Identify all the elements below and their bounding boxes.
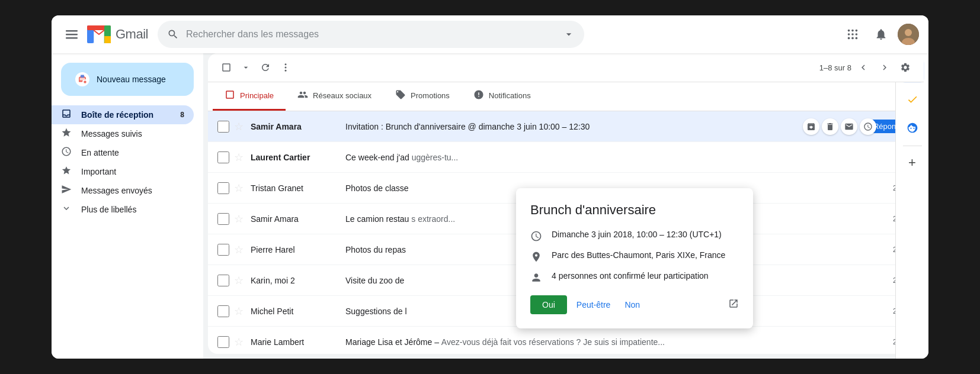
sidebar-item-starred[interactable]: Messages suivis xyxy=(52,124,194,143)
popup-date-detail: Dimanche 3 juin 2018, 10:00 – 12:30 (UTC… xyxy=(530,230,739,242)
email-checkbox[interactable] xyxy=(217,213,229,225)
svg-rect-2 xyxy=(66,37,78,39)
popup-people-detail: 4 personnes ont confirmé leur participat… xyxy=(530,271,739,283)
notifications-tab-icon xyxy=(473,89,484,102)
contacts-icon[interactable] xyxy=(901,116,924,140)
promotions-tab-icon xyxy=(395,89,406,102)
pagination-text: 1–8 sur 8 xyxy=(819,63,851,72)
sender-name: Michel Petit xyxy=(251,307,345,316)
next-page-button[interactable] xyxy=(875,58,894,77)
sidebar-divider xyxy=(903,146,922,146)
new-message-button[interactable]: Nouveau message xyxy=(61,63,194,96)
tab-principale[interactable]: Principale xyxy=(213,82,286,111)
tab-reseaux[interactable]: Réseaux sociaux xyxy=(286,82,383,111)
svg-rect-1 xyxy=(66,34,78,36)
star-button[interactable]: ☆ xyxy=(234,305,244,318)
sidebar-item-inbox[interactable]: Boîte de réception 8 xyxy=(52,105,194,124)
svg-point-32 xyxy=(285,67,287,69)
star-button[interactable]: ☆ xyxy=(234,336,244,349)
clock-icon xyxy=(61,146,72,160)
snooze-button[interactable] xyxy=(860,118,876,135)
search-icon xyxy=(167,28,179,40)
email-checkbox[interactable] xyxy=(217,121,229,133)
svg-point-13 xyxy=(851,30,854,32)
email-checkbox[interactable] xyxy=(217,305,229,317)
search-input[interactable] xyxy=(186,29,556,40)
star-button[interactable]: ☆ xyxy=(234,120,244,133)
tasks-icon[interactable] xyxy=(901,88,924,111)
table-row[interactable]: ☆ Laurent Cartier Ce week-end j'ad uggèr… xyxy=(208,142,924,173)
hamburger-button[interactable] xyxy=(61,24,82,45)
email-checkbox[interactable] xyxy=(217,151,229,163)
new-message-label: Nouveau message xyxy=(97,75,166,84)
sidebar-item-snoozed[interactable]: En attente xyxy=(52,143,194,162)
popup-external-button[interactable] xyxy=(728,298,739,312)
notifications-button[interactable] xyxy=(869,22,893,46)
archive-button[interactable] xyxy=(803,118,819,135)
table-row[interactable]: ☆ Samir Amara Invitation : Brunch d'anni… xyxy=(208,111,924,142)
search-dropdown-icon[interactable] xyxy=(563,28,575,40)
inbox-icon xyxy=(61,108,72,122)
add-app-button[interactable]: + xyxy=(901,151,924,175)
rsvp-yes-button[interactable]: Oui xyxy=(530,295,567,314)
svg-point-12 xyxy=(848,30,850,32)
search-bar[interactable] xyxy=(158,21,584,48)
clock-detail-icon xyxy=(530,230,542,242)
popup-actions: Oui Peut-être Non xyxy=(530,295,739,314)
mark-unread-button[interactable] xyxy=(841,118,857,135)
sidebar-item-important[interactable]: Important xyxy=(52,162,194,181)
row-actions xyxy=(803,118,876,135)
more-options-button[interactable] xyxy=(277,59,294,76)
email-checkbox[interactable] xyxy=(217,244,229,256)
sender-name: Pierre Harel xyxy=(251,245,345,254)
select-all-button[interactable] xyxy=(217,59,235,76)
star-button[interactable]: ☆ xyxy=(234,274,244,287)
rsvp-no-button[interactable]: Non xyxy=(620,295,645,314)
sender-name: Karin, moi 2 xyxy=(251,276,345,285)
principale-tab-icon xyxy=(225,89,235,102)
sidebar-item-sent[interactable]: Messages envoyés xyxy=(52,181,194,200)
external-link-icon xyxy=(728,298,739,309)
logo-area: Gmail xyxy=(87,25,148,43)
email-tabs: Principale Réseaux sociaux Promotions xyxy=(208,82,924,111)
delete-button[interactable] xyxy=(822,118,838,135)
pagination: 1–8 sur 8 xyxy=(819,58,914,77)
email-checkbox[interactable] xyxy=(217,336,229,348)
star-button[interactable]: ☆ xyxy=(234,182,244,195)
svg-point-14 xyxy=(856,30,858,32)
people-detail-icon xyxy=(530,272,542,283)
star-button[interactable]: ☆ xyxy=(234,243,244,256)
email-checkbox[interactable] xyxy=(217,182,229,194)
select-dropdown-button[interactable] xyxy=(238,59,254,76)
star-button[interactable]: ☆ xyxy=(234,212,244,225)
apps-button[interactable] xyxy=(841,22,864,46)
popup-people-text: 4 personnes ont confirmé leur participat… xyxy=(552,271,709,280)
right-sidebar: 31 + xyxy=(895,53,928,359)
user-avatar[interactable] xyxy=(898,24,919,45)
svg-point-31 xyxy=(285,63,287,65)
email-subject: Invitation : Brunch d'anniversaire @ dim… xyxy=(345,122,861,131)
email-checkbox[interactable] xyxy=(217,275,229,286)
table-row[interactable]: ☆ Marie Lambert Mariage Lisa et Jérôme –… xyxy=(208,327,924,354)
main-content: Nouveau message Boîte de réception 8 xyxy=(52,53,928,359)
refresh-button[interactable] xyxy=(257,59,274,76)
svg-point-17 xyxy=(856,33,858,36)
sender-name: Tristan Granet xyxy=(251,183,345,193)
settings-button[interactable] xyxy=(896,59,914,76)
star-icon xyxy=(61,127,72,141)
svg-point-18 xyxy=(848,37,850,40)
star-button[interactable]: ☆ xyxy=(234,151,244,164)
location-detail-icon xyxy=(530,251,542,263)
app-title: Gmail xyxy=(116,27,148,42)
tab-promotions[interactable]: Promotions xyxy=(383,82,462,111)
popup-location-text: Parc des Buttes-Chaumont, Paris XIXe, Fr… xyxy=(552,250,725,260)
prev-page-button[interactable] xyxy=(854,58,873,77)
svg-point-22 xyxy=(905,29,912,36)
send-icon xyxy=(61,184,72,198)
sidebar-item-sent-label: Messages envoyés xyxy=(81,186,152,195)
svg-point-20 xyxy=(856,37,858,40)
sidebar-item-more[interactable]: Plus de libellés xyxy=(52,200,194,219)
tab-notifications[interactable]: Notifications xyxy=(462,82,543,111)
sender-name: Marie Lambert xyxy=(251,337,345,347)
rsvp-maybe-button[interactable]: Peut-être xyxy=(572,295,616,314)
